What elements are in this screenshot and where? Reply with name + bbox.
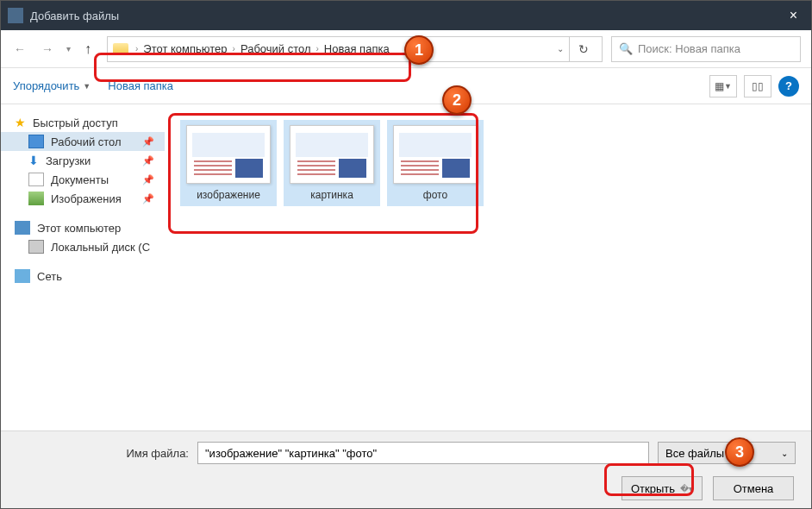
pc-icon bbox=[15, 221, 30, 235]
sidebar-item-documents[interactable]: Документы 📌 bbox=[1, 170, 165, 189]
sidebar-item-pictures[interactable]: Изображения 📌 bbox=[1, 189, 165, 208]
main-area: ★ Быстрый доступ Рабочий стол 📌 ⬇ Загруз… bbox=[1, 104, 811, 432]
sidebar-item-downloads[interactable]: ⬇ Загрузки 📌 bbox=[1, 151, 165, 170]
desktop-icon bbox=[28, 135, 44, 148]
folder-icon bbox=[113, 43, 128, 55]
file-item[interactable]: фото bbox=[387, 120, 484, 206]
new-folder-button[interactable]: Новая папка bbox=[108, 79, 173, 92]
thumbnail-icon bbox=[186, 125, 271, 184]
file-item[interactable]: изображение bbox=[180, 120, 277, 206]
search-icon: 🔍 bbox=[619, 42, 633, 55]
preview-pane-button[interactable]: ▯▯ bbox=[744, 75, 771, 97]
thumbnail-icon bbox=[393, 125, 478, 184]
up-button[interactable]: ↑ bbox=[78, 39, 98, 60]
network-icon bbox=[15, 269, 30, 283]
help-button[interactable]: ? bbox=[778, 76, 799, 97]
cancel-button[interactable]: Отмена bbox=[713, 476, 794, 500]
refresh-button[interactable]: ↻ bbox=[569, 36, 597, 62]
sidebar-quick-access[interactable]: ★ Быстрый доступ bbox=[1, 113, 165, 132]
callout-2: 2 bbox=[442, 85, 472, 115]
navigation-sidebar: ★ Быстрый доступ Рабочий стол 📌 ⬇ Загруз… bbox=[1, 104, 165, 432]
chevron-down-icon: ▼ bbox=[83, 82, 91, 91]
pin-icon: 📌 bbox=[142, 174, 154, 185]
breadcrumb-segment[interactable]: Новая папка bbox=[321, 42, 393, 55]
history-dropdown[interactable]: ▾ bbox=[63, 44, 74, 53]
sidebar-item-local-disk[interactable]: Локальный диск (C bbox=[1, 237, 165, 256]
breadcrumb-segment[interactable]: Рабочий стол bbox=[237, 42, 315, 55]
address-bar[interactable]: › Этот компьютер › Рабочий стол › Новая … bbox=[107, 36, 603, 62]
chevron-right-icon: › bbox=[315, 44, 321, 53]
open-button[interactable]: Открыть �▾ bbox=[621, 476, 703, 500]
organize-button[interactable]: Упорядочить ▼ bbox=[13, 79, 91, 92]
back-button[interactable]: ← bbox=[8, 37, 32, 61]
filename-label: Имя файла: bbox=[16, 447, 189, 460]
callout-3: 3 bbox=[725, 437, 754, 467]
sidebar-this-pc[interactable]: Этот компьютер bbox=[1, 218, 165, 237]
pin-icon: 📌 bbox=[142, 155, 154, 167]
app-icon bbox=[8, 8, 23, 23]
pin-icon: 📌 bbox=[142, 136, 154, 148]
view-mode-button[interactable]: ▦▼ bbox=[709, 75, 737, 97]
chevron-down-icon: ⌄ bbox=[781, 449, 788, 458]
split-dropdown-icon[interactable]: �▾ bbox=[680, 484, 693, 493]
chevron-right-icon: › bbox=[134, 44, 140, 53]
window-title: Добавить файлы bbox=[30, 9, 783, 22]
search-input[interactable]: 🔍 Поиск: Новая папка bbox=[611, 36, 801, 62]
sidebar-network[interactable]: Сеть bbox=[1, 267, 165, 286]
window-titlebar: Добавить файлы × bbox=[1, 1, 811, 30]
sidebar-item-desktop[interactable]: Рабочий стол 📌 bbox=[1, 132, 165, 151]
pictures-icon bbox=[28, 192, 44, 205]
file-label: изображение bbox=[197, 189, 260, 201]
document-icon bbox=[28, 173, 44, 186]
file-item[interactable]: картинка bbox=[284, 120, 380, 206]
file-list[interactable]: изображение картинка фото bbox=[165, 104, 811, 432]
close-icon[interactable]: × bbox=[783, 8, 804, 23]
filename-input[interactable] bbox=[197, 442, 649, 464]
file-label: картинка bbox=[310, 189, 353, 201]
pin-icon: 📌 bbox=[142, 193, 154, 204]
star-icon: ★ bbox=[15, 116, 26, 129]
toolbar: Упорядочить ▼ Новая папка ▦▼ ▯▯ ? bbox=[1, 68, 811, 104]
chevron-right-icon: › bbox=[231, 44, 237, 53]
breadcrumb-segment[interactable]: Этот компьютер bbox=[140, 42, 230, 55]
disk-icon bbox=[28, 240, 44, 254]
bottom-panel: Имя файла: Все файлы (*.*) ⌄ Открыть �▾ … bbox=[1, 430, 811, 508]
address-dropdown-icon[interactable]: ⌄ bbox=[552, 44, 569, 53]
search-placeholder: Поиск: Новая папка bbox=[638, 42, 740, 55]
file-label: фото bbox=[423, 189, 447, 201]
forward-button: → bbox=[35, 37, 59, 61]
thumbnail-icon bbox=[290, 125, 374, 184]
download-icon: ⬇ bbox=[28, 154, 39, 167]
callout-1: 1 bbox=[404, 35, 434, 65]
